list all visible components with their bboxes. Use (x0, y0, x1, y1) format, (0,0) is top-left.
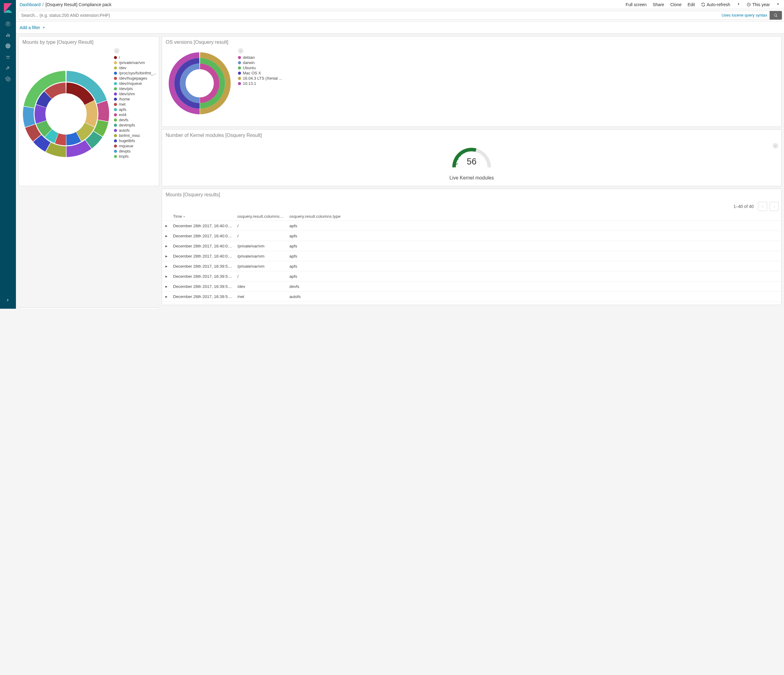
legend-item[interactable]: /dev/pts (114, 86, 157, 91)
expand-row[interactable]: ▸ (162, 241, 171, 251)
legend-item[interactable]: Ubuntu (238, 65, 282, 70)
nav-management[interactable] (0, 73, 16, 84)
side-nav (0, 0, 16, 309)
cell-a: /private/var/vm (235, 251, 287, 261)
sidebar-collapse[interactable] (0, 295, 16, 306)
action-share[interactable]: Share (653, 2, 664, 7)
kernel-gauge[interactable]: 56 (449, 144, 495, 170)
lucene-syntax-link[interactable]: Uses lucene query syntax (719, 13, 770, 17)
panel-mounts-table: Mounts [Osquery results] 1–40 of 40 ‹ › … (162, 189, 782, 305)
legend-item[interactable]: devfs (114, 117, 157, 123)
cell-b: autofs (287, 292, 781, 302)
os-donut-chart[interactable] (165, 48, 235, 118)
page-prev[interactable]: ‹ (758, 202, 767, 211)
legend-item[interactable]: 10.13.1 (238, 81, 282, 86)
legend-item[interactable]: /private/var/vm (114, 60, 157, 65)
legend-label: 10.13.1 (243, 81, 256, 86)
legend-swatch (238, 72, 241, 75)
action-fullscreen[interactable]: Full screen (626, 2, 647, 7)
expand-row[interactable]: ▸ (162, 221, 171, 231)
nav-timelion[interactable] (0, 51, 16, 62)
expand-row[interactable]: ▸ (162, 251, 171, 261)
action-auto-refresh[interactable]: Auto-refresh (701, 2, 730, 7)
nav-discover[interactable] (0, 19, 16, 30)
action-clone[interactable]: Clone (670, 2, 682, 7)
legend-swatch (114, 67, 117, 70)
expand-row[interactable]: ▸ (162, 282, 171, 292)
search-input[interactable] (18, 13, 719, 18)
legend-item[interactable]: 16.04.3 LTS (Xenial ... (238, 76, 282, 81)
legend-swatch (114, 92, 117, 96)
nav-visualize[interactable] (0, 30, 16, 40)
legend-item[interactable]: darwin (238, 60, 282, 65)
nav-dashboard[interactable] (0, 40, 16, 51)
time-next[interactable] (776, 2, 780, 7)
legend-item[interactable]: /dev/shm (114, 91, 157, 96)
cell-a: /private/var/vm (235, 261, 287, 271)
auto-refresh-label: Auto-refresh (706, 2, 730, 7)
legend-swatch (114, 139, 117, 142)
legend-item[interactable]: /dev/mqueue (114, 81, 157, 86)
legend-next[interactable]: › (114, 48, 120, 54)
legend-item[interactable]: Mac OS X (238, 70, 282, 76)
time-range[interactable]: This year (747, 2, 770, 7)
legend-label: devtmpfs (119, 123, 135, 128)
mounts-donut-chart[interactable] (21, 48, 111, 180)
legend-item[interactable]: / (114, 55, 157, 60)
legend-item[interactable]: /home (114, 96, 157, 102)
time-prev[interactable] (736, 2, 740, 7)
panel-kernel-modules: Number of Kernel modules [Osquery Result… (162, 129, 782, 186)
add-filter-button[interactable]: Add a filter (20, 25, 46, 30)
table-row[interactable]: ▸December 28th 2017, 16:39:57.000/privat… (162, 261, 781, 271)
legend-item[interactable]: /dev/hugepages (114, 76, 157, 81)
cell-time: December 28th 2017, 16:39:57.000 (171, 271, 235, 282)
svg-point-8 (7, 78, 9, 80)
legend-item[interactable]: tmpfs (114, 154, 157, 159)
col-time[interactable]: Time▼ (171, 212, 235, 221)
search-icon (773, 13, 778, 17)
breadcrumb-root[interactable]: Dashboard (20, 2, 41, 7)
table-row[interactable]: ▸December 28th 2017, 16:39:57.000/devdev… (162, 282, 781, 292)
legend-item[interactable]: ext4 (114, 112, 157, 117)
table-row[interactable]: ▸December 28th 2017, 16:40:08.000/privat… (162, 251, 781, 261)
legend-item[interactable]: mqueue (114, 143, 157, 149)
expand-row[interactable]: ▸ (162, 231, 171, 241)
mounts-table: Time▼ osquery.result.columns.path osquer… (162, 212, 781, 302)
legend-item[interactable]: /dev (114, 65, 157, 70)
top-bar: Dashboard / [Osquery Result] Compliance … (16, 0, 784, 9)
cell-a: / (235, 231, 287, 241)
cell-a: /net (235, 292, 287, 302)
legend-item[interactable]: apfs (114, 107, 157, 112)
expand-row[interactable]: ▸ (162, 292, 171, 302)
nav-devtools[interactable] (0, 62, 16, 73)
col-path[interactable]: osquery.result.columns.path (235, 212, 287, 221)
mounts-legend: //private/var/vm/dev/proc/sys/fs/binfmt_… (114, 55, 157, 159)
legend-label: mqueue (119, 144, 133, 148)
legend-label: /proc/sys/fs/binfmt_... (119, 71, 157, 75)
legend-item[interactable]: autofs (114, 128, 157, 133)
expand-row[interactable]: ▸ (162, 261, 171, 271)
page-next[interactable]: › (770, 202, 779, 211)
expand-row[interactable]: ▸ (162, 271, 171, 282)
legend-next[interactable]: › (238, 48, 243, 54)
legend-item[interactable]: /net (114, 102, 157, 107)
action-edit[interactable]: Edit (688, 2, 695, 7)
table-row[interactable]: ▸December 28th 2017, 16:39:57.000/netaut… (162, 292, 781, 302)
legend-item[interactable]: debian (238, 55, 282, 60)
table-row[interactable]: ▸December 28th 2017, 16:40:08.000/privat… (162, 241, 781, 251)
svg-line-11 (457, 160, 459, 160)
legend-item[interactable]: devtmpfs (114, 123, 157, 128)
legend-item[interactable]: /proc/sys/fs/binfmt_... (114, 70, 157, 76)
legend-item[interactable]: binfmt_misc (114, 133, 157, 138)
legend-label: /dev (119, 65, 126, 70)
legend-item[interactable]: hugetlbfs (114, 138, 157, 143)
legend-prev[interactable]: ‹ (773, 143, 778, 149)
col-type[interactable]: osquery.result.columns.type (287, 212, 781, 221)
legend-swatch (114, 103, 117, 106)
legend-item[interactable]: devpts (114, 149, 157, 154)
table-row[interactable]: ▸December 28th 2017, 16:39:57.000/apfs (162, 271, 781, 282)
search-button[interactable] (770, 11, 782, 20)
table-row[interactable]: ▸December 28th 2017, 16:40:08.000/apfs (162, 231, 781, 241)
table-row[interactable]: ▸December 28th 2017, 16:40:08.000/apfs (162, 221, 781, 231)
cell-b: apfs (287, 221, 781, 231)
